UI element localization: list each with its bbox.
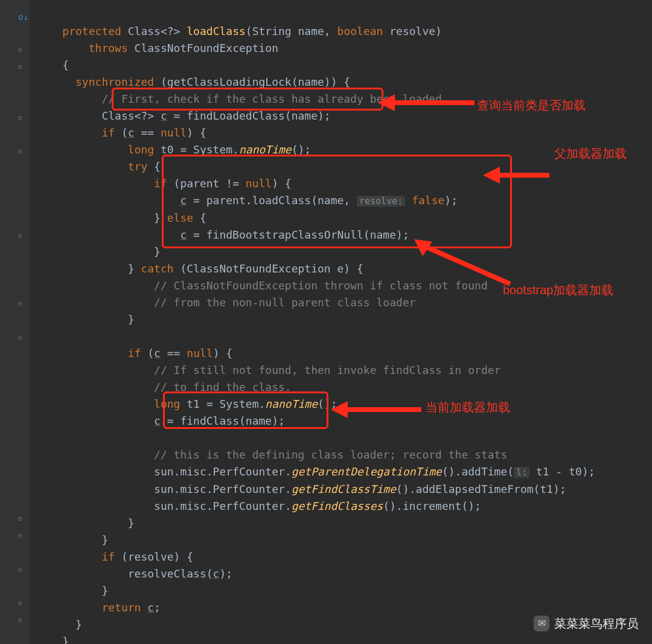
code-line bbox=[36, 330, 43, 343]
code-line: if (resolve) { bbox=[36, 550, 193, 563]
fold-icon[interactable]: ⊟ bbox=[18, 595, 22, 612]
code-line: } bbox=[36, 533, 108, 546]
code-line: throws ClassNotFoundException bbox=[36, 42, 278, 54]
code-line: c = parent.loadClass(name, resolve: fals… bbox=[36, 194, 458, 207]
fold-icon[interactable]: ⊟ bbox=[18, 561, 22, 578]
fold-icon[interactable]: ⊟ bbox=[18, 109, 22, 126]
code-editor: o↓ ⊟ ⊟ ⊟ ⊟ ⊟ ⊟ ⊟ ⊟ ⊟ ⊟ ⊟ ⊟ protected Cla… bbox=[0, 0, 652, 644]
code-line: Class<?> c = findLoadedClass(name); bbox=[36, 109, 331, 122]
fold-icon[interactable]: ⊟ bbox=[18, 59, 22, 76]
code-line: c = findClass(name); bbox=[36, 414, 285, 427]
code-line: } bbox=[36, 635, 69, 644]
annotation-label: 父加载器加载 bbox=[554, 145, 627, 162]
param-hint: l: bbox=[514, 467, 529, 478]
code-line: } bbox=[36, 313, 135, 326]
annotation-label: 当前加载器加载 bbox=[426, 399, 510, 416]
fold-icon[interactable]: ⊟ bbox=[18, 228, 22, 245]
fold-icon[interactable]: ⊟ bbox=[18, 510, 22, 527]
code-line: long t1 = System.nanoTime(); bbox=[36, 398, 337, 410]
code-line: if (c == null) { bbox=[36, 126, 206, 139]
code-line: return c; bbox=[36, 601, 161, 614]
code-line: sun.misc.PerfCounter.getParentDelegation… bbox=[36, 465, 595, 478]
watermark-text: 菜菜菜鸟程序员 bbox=[554, 615, 639, 632]
fold-icon[interactable]: ⊟ bbox=[18, 329, 22, 346]
code-line: // to find the class. bbox=[36, 381, 292, 393]
code-line: } else { bbox=[36, 211, 206, 224]
code-line: protected Class<?> loadClass(String name… bbox=[36, 25, 442, 37]
code-line: { bbox=[36, 59, 69, 71]
code-line bbox=[36, 431, 43, 444]
fold-icon[interactable]: ⊟ bbox=[18, 295, 22, 312]
code-line: } catch (ClassNotFoundException e) { bbox=[36, 262, 363, 275]
code-line: if (c == null) { bbox=[36, 347, 232, 359]
code-line: } bbox=[36, 618, 82, 631]
annotation-label: bootstrap加载器加载 bbox=[503, 282, 613, 298]
code-line: try { bbox=[36, 160, 161, 173]
code-line: } bbox=[36, 245, 161, 258]
fold-icon[interactable]: ⊟ bbox=[18, 612, 22, 629]
code-line: // If still not found, then invoke findC… bbox=[36, 364, 500, 376]
param-hint: resolve: bbox=[357, 196, 405, 207]
code-line: sun.misc.PerfCounter.getFindClassTime().… bbox=[36, 483, 566, 495]
wechat-icon: ✉ bbox=[534, 616, 549, 631]
fold-icon[interactable]: ⊟ bbox=[18, 527, 22, 544]
code-line: long t0 = System.nanoTime(); bbox=[36, 143, 311, 156]
watermark: ✉ 菜菜菜鸟程序员 bbox=[534, 615, 639, 632]
code-line: } bbox=[36, 517, 135, 529]
code-line: } bbox=[36, 584, 108, 597]
code-line: sun.misc.PerfCounter.getFindClasses().in… bbox=[36, 500, 481, 512]
code-line: // ClassNotFoundException thrown if clas… bbox=[36, 279, 488, 292]
fold-icon[interactable]: ⊟ bbox=[18, 42, 22, 59]
code-line: // this is the defining class loader; re… bbox=[36, 448, 507, 461]
code-line: // from the non-null parent class loader bbox=[36, 296, 416, 309]
code-line: if (parent != null) { bbox=[36, 177, 292, 190]
code-line: c = findBootstrapClassOrNull(name); bbox=[36, 228, 409, 241]
code-line: // First, check if the class has already… bbox=[36, 92, 442, 105]
fold-icon[interactable]: ⊟ bbox=[18, 143, 22, 160]
code-line: resolveClass(c); bbox=[36, 567, 232, 580]
override-icon: o↓ bbox=[18, 8, 28, 25]
code-line: synchronized (getClassLoadingLock(name))… bbox=[36, 76, 350, 88]
annotation-label: 查询当前类是否加载 bbox=[477, 97, 586, 114]
editor-gutter: o↓ ⊟ ⊟ ⊟ ⊟ ⊟ ⊟ ⊟ ⊟ ⊟ ⊟ ⊟ ⊟ bbox=[0, 0, 30, 644]
